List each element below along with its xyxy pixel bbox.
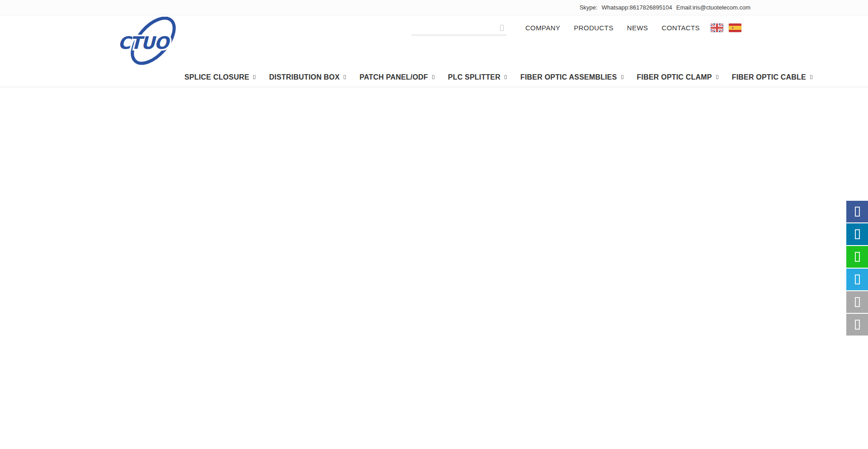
top-contact-bar: Skype: Whatsapp:8617826895104 Email:iris… (0, 0, 868, 15)
menu-item-plc-splitter[interactable]: PLC SPLITTER (448, 73, 507, 81)
whatsapp-icon (855, 252, 860, 262)
language-switcher (711, 24, 741, 32)
page-content-blank (0, 87, 868, 449)
ctuo-logo[interactable]: CTUO (118, 17, 179, 66)
social-sidebar (846, 201, 868, 336)
twitter-button[interactable] (846, 269, 868, 290)
menu-item-label: FIBER OPTIC CLAMP (637, 73, 712, 81)
menu-item-label: PATCH PANEL/ODF (359, 73, 428, 81)
share-gray-button-1[interactable] (846, 291, 868, 313)
skype-label: Skype: (580, 4, 598, 11)
menu-item-label: DISTRIBUTION BOX (269, 73, 340, 81)
menu-item-fiber-optic-cable[interactable]: FIBER OPTIC CABLE (732, 73, 812, 81)
spanish-flag-icon[interactable] (729, 24, 741, 32)
ctuo-logo-image: CTUO (118, 17, 179, 66)
facebook-icon (855, 207, 860, 217)
search-input[interactable] (411, 22, 492, 34)
share-gray-button-2[interactable] (846, 314, 868, 336)
search-box (411, 20, 506, 35)
nav-news[interactable]: NEWS (627, 24, 648, 32)
menu-item-patch-panel-odf[interactable]: PATCH PANEL/ODF (359, 73, 434, 81)
chevron-down-icon (716, 75, 718, 79)
share-icon (855, 297, 860, 307)
menu-item-fiber-optic-assemblies[interactable]: FIBER OPTIC ASSEMBLIES (520, 73, 623, 81)
nav-company[interactable]: COMPANY (525, 24, 561, 32)
search-icon[interactable] (500, 25, 504, 31)
menu-item-label: FIBER OPTIC CABLE (732, 73, 806, 81)
site-header: CTUO COMPANY PRODUCTS NEWS CONTACTS (0, 15, 868, 87)
share-icon (855, 320, 860, 330)
english-flag-icon[interactable] (711, 24, 723, 32)
chevron-down-icon (505, 75, 507, 79)
email-label: Email:iris@ctuotelecom.com (676, 4, 750, 11)
main-menu-bar: SPLICE CLOSURE DISTRIBUTION BOX PATCH PA… (0, 67, 868, 87)
twitter-icon (855, 274, 860, 284)
chevron-down-icon (810, 75, 812, 79)
whatsapp-label: Whatsapp:8617826895104 (602, 4, 672, 11)
chevron-down-icon (253, 75, 255, 79)
whatsapp-button[interactable] (846, 246, 868, 268)
chevron-down-icon (432, 75, 434, 79)
linkedin-button[interactable] (846, 223, 868, 245)
menu-item-label: SPLICE CLOSURE (184, 73, 249, 81)
chevron-down-icon (621, 75, 623, 79)
menu-item-fiber-optic-clamp[interactable]: FIBER OPTIC CLAMP (637, 73, 718, 81)
header-right-group: COMPANY PRODUCTS NEWS CONTACTS (411, 20, 741, 35)
nav-contacts[interactable]: CONTACTS (661, 24, 700, 32)
nav-products[interactable]: PRODUCTS (574, 24, 613, 32)
menu-item-label: FIBER OPTIC ASSEMBLIES (520, 73, 617, 81)
facebook-button[interactable] (846, 201, 868, 222)
menu-item-splice-closure[interactable]: SPLICE CLOSURE (184, 73, 255, 81)
top-nav: COMPANY PRODUCTS NEWS CONTACTS (525, 24, 700, 32)
chevron-down-icon (344, 75, 346, 79)
menu-item-distribution-box[interactable]: DISTRIBUTION BOX (269, 73, 346, 81)
linkedin-icon (855, 229, 860, 239)
menu-item-label: PLC SPLITTER (448, 73, 500, 81)
logo-text: CTUO (118, 33, 170, 53)
